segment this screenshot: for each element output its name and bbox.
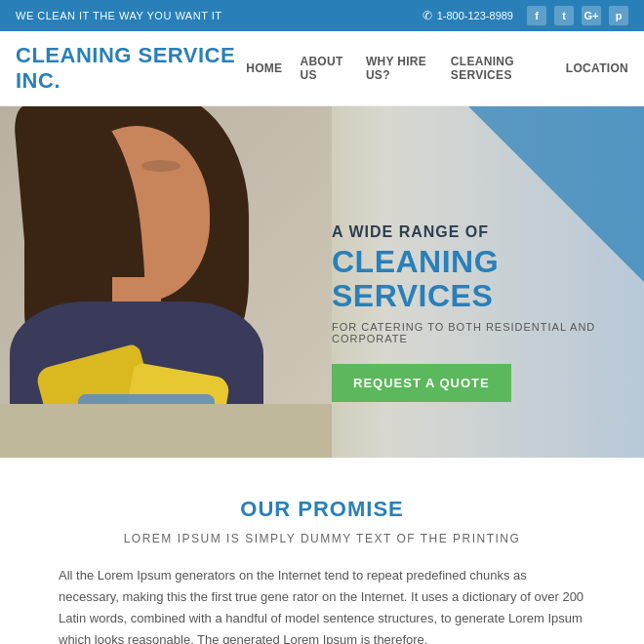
header: CLEANING SERVICE INC. HOME ABOUT US WHY …	[0, 31, 644, 106]
pinterest-icon[interactable]: p	[609, 6, 628, 25]
promise-subtitle: LOREM IPSUM IS SIMPLY DUMMY TEXT OF THE …	[59, 532, 585, 545]
floor-surface	[0, 404, 332, 458]
promise-body-text: All the Lorem Ipsum generators on the In…	[59, 565, 585, 644]
hero-description: FOR CATERING TO BOTH RESIDENTIAL AND COR…	[332, 321, 615, 344]
nav-home[interactable]: HOME	[246, 61, 282, 75]
tagline: WE CLEAN IT THE WAY YOU WANT IT	[16, 10, 222, 21]
nav-services[interactable]: CLEANING SERVICES	[451, 55, 548, 82]
top-bar-right: 1-800-123-8989 f t G+ p	[423, 6, 628, 25]
hero-image	[0, 106, 332, 458]
right-eye-area	[141, 160, 181, 172]
logo: CLEANING SERVICE INC.	[16, 43, 246, 94]
nav-why[interactable]: WHY HIRE US?	[366, 55, 433, 82]
nav-location[interactable]: LOCATION	[566, 61, 628, 75]
googleplus-icon[interactable]: G+	[582, 6, 601, 25]
twitter-icon[interactable]: t	[554, 6, 574, 25]
hero-title: CLEANING SERVICES	[332, 245, 615, 313]
request-quote-button[interactable]: REQUEST A QUOTE	[332, 364, 511, 402]
top-bar: WE CLEAN IT THE WAY YOU WANT IT 1-800-12…	[0, 0, 644, 31]
hero-section: A WIDE RANGE OF CLEANING SERVICES FOR CA…	[0, 106, 644, 458]
hero-subtitle: A WIDE RANGE OF	[332, 223, 615, 241]
nav-about[interactable]: ABOUT US	[300, 55, 347, 82]
promise-title: OUR PROMISE	[59, 497, 585, 522]
social-icons: f t G+ p	[527, 6, 628, 25]
facebook-icon[interactable]: f	[527, 6, 546, 25]
main-nav: HOME ABOUT US WHY HIRE US? CLEANING SERV…	[246, 55, 628, 82]
phone-number: 1-800-123-8989	[423, 9, 513, 22]
hero-content: A WIDE RANGE OF CLEANING SERVICES FOR CA…	[332, 223, 615, 402]
promise-section: OUR PROMISE LOREM IPSUM IS SIMPLY DUMMY …	[0, 458, 644, 644]
